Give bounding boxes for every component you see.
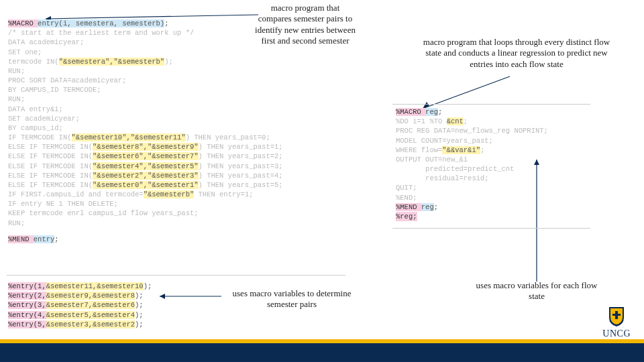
annotation-bottom-left: uses macro variables to determine semest… <box>221 288 362 310</box>
annotation-top-right: macro program that loops through every d… <box>416 37 617 70</box>
divider <box>392 228 590 229</box>
uncg-logo: UNCG <box>602 306 631 339</box>
footer-navy-bar <box>0 343 644 362</box>
svg-rect-9 <box>612 314 621 316</box>
code-block-entry-macro: %MACRO entry(i, semestera, semesterb); /… <box>8 19 343 244</box>
annotation-bottom-right: uses macro variables for each flow state <box>470 280 604 302</box>
logo-text: UNCG <box>602 328 631 339</box>
code-block-entry-calls: %entry(1,&semester11,&semester10); %entr… <box>8 282 209 329</box>
divider <box>7 275 345 276</box>
divider <box>392 104 590 105</box>
code-block-reg-macro: %MACRO reg; %DO i=1 %TO &cnt; PROC REG D… <box>396 107 590 221</box>
